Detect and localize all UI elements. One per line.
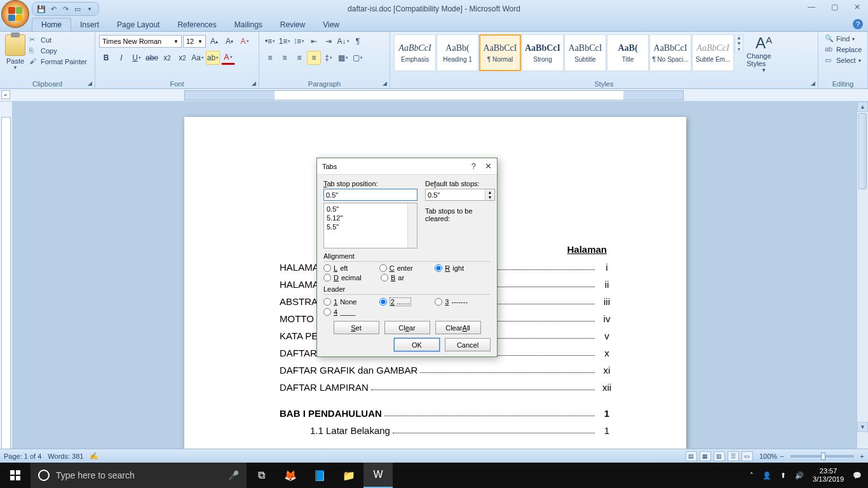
people-icon[interactable]: 👤 — [763, 471, 771, 480]
find-button[interactable]: 🔍Find▾ — [825, 34, 855, 43]
replace-button[interactable]: abReplace — [825, 45, 862, 54]
shading-button[interactable]: ▦ — [336, 51, 350, 65]
paste-icon[interactable] — [5, 34, 25, 56]
scroll-thumb[interactable] — [858, 113, 867, 189]
superscript-button[interactable]: x2 — [175, 51, 189, 65]
save-icon[interactable]: 💾 — [36, 4, 46, 14]
zoom-slider[interactable] — [790, 455, 854, 458]
style---normal[interactable]: AaBbCcI¶ Normal — [479, 34, 521, 71]
tab-insert[interactable]: Insert — [71, 18, 108, 31]
scroll-up-icon[interactable]: ▲ — [857, 102, 868, 112]
increase-indent-button[interactable]: ⇥ — [322, 34, 336, 48]
format-painter-button[interactable]: 🖌Format Painter — [29, 57, 87, 66]
action-center-icon[interactable]: 💬 — [853, 471, 862, 480]
justify-button[interactable]: ≡ — [307, 51, 321, 65]
tab-review[interactable]: Review — [271, 18, 314, 31]
scroll-down-icon[interactable]: ▼ — [857, 422, 868, 432]
tab-references[interactable]: References — [168, 18, 225, 31]
bullets-button[interactable]: •≡ — [263, 34, 277, 48]
align-left-radio[interactable]: Left — [323, 264, 379, 272]
ok-button[interactable]: OK — [394, 338, 440, 351]
network-icon[interactable]: ⬆ — [780, 471, 786, 480]
office-button[interactable] — [1, 0, 29, 28]
explorer-taskbar-icon[interactable]: 📁 — [334, 463, 363, 488]
leader-2-radio[interactable]: 2 ....... — [379, 297, 435, 306]
set-button[interactable]: Set — [334, 321, 379, 334]
align-left-button[interactable]: ≡ — [263, 51, 277, 65]
copy-button[interactable]: ⎘Copy — [29, 46, 87, 55]
align-center-button[interactable]: ≡ — [278, 51, 292, 65]
clipboard-launcher-icon[interactable]: ◢ — [86, 79, 93, 87]
font-family-combo[interactable]: Times New Roman▼ — [99, 35, 182, 48]
subscript-button[interactable]: x2 — [160, 51, 174, 65]
cancel-button[interactable]: Cancel — [445, 338, 491, 351]
font-launcher-icon[interactable]: ◢ — [250, 79, 257, 87]
dialog-close-icon[interactable]: ✕ — [485, 161, 492, 171]
taskbar-search[interactable]: Type here to search 🎤 — [31, 463, 247, 488]
zoom-out-button[interactable]: − — [780, 452, 783, 460]
style-emphasis[interactable]: AaBbCcIEmphasis — [394, 34, 436, 71]
style---no-spaci---[interactable]: AaBbCcI¶ No Spaci... — [649, 34, 691, 71]
multilevel-button[interactable]: ⁝≡ — [292, 34, 306, 48]
align-right-radio[interactable]: Right — [435, 264, 491, 272]
align-decimal-radio[interactable]: Decimal — [323, 274, 381, 281]
clear-formatting-button[interactable]: A — [238, 34, 252, 48]
style-subtitle[interactable]: AaBbCcISubtitle — [564, 34, 606, 71]
select-button[interactable]: ▭Select▾ — [825, 56, 861, 65]
style-subtle-em---[interactable]: AaBbCcISubtle Em... — [692, 34, 734, 71]
mic-icon[interactable]: 🎤 — [228, 470, 239, 480]
line-spacing-button[interactable]: ‡ — [322, 51, 336, 65]
clear-all-button[interactable]: Clear All — [435, 321, 481, 334]
maximize-button[interactable]: ▢ — [826, 1, 843, 13]
numbering-button[interactable]: 1≡ — [278, 34, 292, 48]
tab-stop-list[interactable]: 0.5"5.12"5.5" — [323, 203, 417, 248]
paragraph-launcher-icon[interactable]: ◢ — [381, 79, 388, 87]
align-right-button[interactable]: ≡ — [292, 51, 306, 65]
style-title[interactable]: AaB(Title — [607, 34, 649, 71]
zoom-in-button[interactable]: + — [860, 452, 864, 460]
help-icon[interactable]: ? — [853, 19, 863, 29]
bold-button[interactable]: B — [99, 51, 113, 65]
font-size-combo[interactable]: 12▼ — [183, 35, 206, 48]
change-styles-button[interactable]: AᴬChange Styles▼ — [747, 34, 781, 73]
leader-4-radio[interactable]: 4 ____ — [323, 308, 381, 316]
firefox-taskbar-icon[interactable]: 🦊 — [276, 463, 305, 488]
decrease-indent-button[interactable]: ⇤ — [307, 34, 321, 48]
undo-icon[interactable]: ↶ — [48, 4, 58, 14]
close-button[interactable]: ✕ — [849, 1, 865, 13]
leader-1-radio[interactable]: 1 None — [323, 297, 379, 306]
spin-down-icon[interactable]: ▼ — [485, 195, 494, 201]
full-screen-view-button[interactable]: ▦ — [700, 451, 711, 461]
tray-chevron-icon[interactable]: ˄ — [750, 471, 754, 480]
sort-button[interactable]: A↓ — [336, 34, 350, 48]
redo-icon[interactable]: ↷ — [60, 4, 71, 14]
new-doc-icon[interactable]: ▭ — [72, 4, 83, 14]
draft-view-button[interactable]: ▭ — [742, 451, 753, 461]
styles-more-button[interactable]: ▲▼▾ — [735, 34, 743, 53]
qat-dropdown-icon[interactable]: ▼ — [85, 4, 95, 14]
start-button[interactable] — [0, 463, 31, 488]
italic-button[interactable]: I — [114, 51, 128, 65]
proofing-icon[interactable]: ✍ — [90, 452, 98, 460]
tab-stop-input[interactable] — [323, 189, 417, 201]
style-heading-1[interactable]: AaBb(Heading 1 — [437, 34, 478, 71]
tab-selector-button[interactable]: ⌐ — [1, 90, 10, 99]
style-strong[interactable]: AaBbCcIStrong — [522, 34, 564, 71]
print-layout-view-button[interactable]: ▤ — [686, 451, 697, 461]
show-marks-button[interactable]: ¶ — [351, 34, 365, 48]
spin-up-icon[interactable]: ▲ — [485, 189, 494, 195]
dialog-help-icon[interactable]: ? — [471, 161, 476, 171]
align-center-radio[interactable]: Center — [379, 264, 435, 272]
font-color-button[interactable]: A — [221, 51, 235, 65]
outline-view-button[interactable]: ☰ — [728, 451, 739, 461]
tab-page-layout[interactable]: Page Layout — [108, 18, 168, 31]
highlight-button[interactable]: ab — [206, 51, 220, 65]
grow-font-button[interactable]: A▴ — [207, 34, 221, 48]
task-view-button[interactable]: ⧉ — [247, 463, 276, 488]
horizontal-ruler[interactable] — [184, 90, 684, 100]
word-taskbar-icon[interactable]: W — [363, 463, 393, 488]
styles-launcher-icon[interactable]: ◢ — [809, 79, 817, 87]
web-layout-view-button[interactable]: ▥ — [714, 451, 725, 461]
tab-mailings[interactable]: Mailings — [226, 18, 271, 31]
status-page[interactable]: Page: 1 of 4 — [4, 452, 41, 460]
